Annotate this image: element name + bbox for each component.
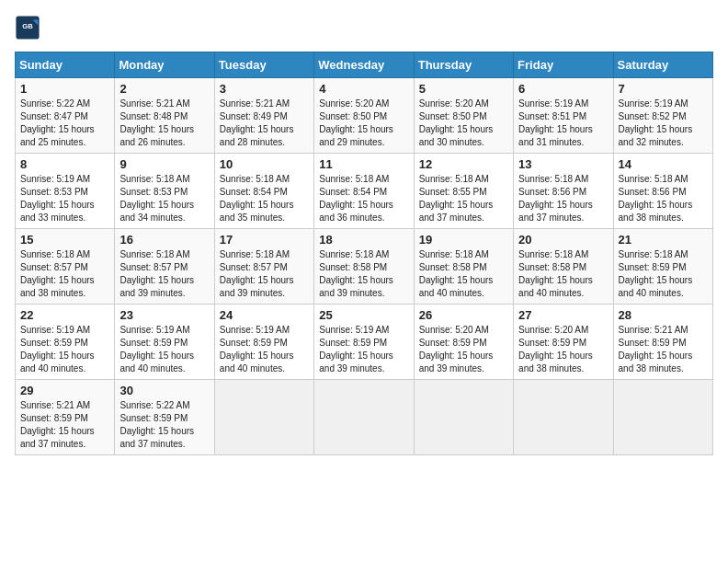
calendar-cell: 26Sunrise: 5:20 AM Sunset: 8:59 PM Dayli… bbox=[414, 304, 513, 380]
day-number: 26 bbox=[419, 308, 508, 322]
calendar-week-3: 15Sunrise: 5:18 AM Sunset: 8:57 PM Dayli… bbox=[16, 229, 713, 304]
day-info: Sunrise: 5:20 AM Sunset: 8:50 PM Dayligh… bbox=[319, 98, 408, 149]
day-info: Sunrise: 5:18 AM Sunset: 8:54 PM Dayligh… bbox=[319, 173, 408, 224]
calendar-cell: 3Sunrise: 5:21 AM Sunset: 8:49 PM Daylig… bbox=[214, 78, 313, 154]
day-number: 16 bbox=[119, 233, 209, 247]
day-number: 4 bbox=[319, 82, 408, 96]
day-info: Sunrise: 5:18 AM Sunset: 8:58 PM Dayligh… bbox=[419, 248, 508, 300]
day-number: 24 bbox=[220, 308, 309, 322]
calendar-table: SundayMondayTuesdayWednesdayThursdayFrid… bbox=[15, 52, 713, 455]
calendar-cell bbox=[613, 380, 712, 455]
day-number: 21 bbox=[619, 233, 708, 247]
day-number: 10 bbox=[220, 157, 309, 171]
calendar-cell: 25Sunrise: 5:19 AM Sunset: 8:59 PM Dayli… bbox=[314, 304, 414, 380]
calendar-cell bbox=[414, 380, 513, 455]
calendar-cell: 1Sunrise: 5:22 AM Sunset: 8:47 PM Daylig… bbox=[16, 78, 115, 154]
calendar-cell: 21Sunrise: 5:18 AM Sunset: 8:59 PM Dayli… bbox=[613, 229, 712, 304]
day-number: 30 bbox=[119, 384, 209, 397]
calendar-week-5: 29Sunrise: 5:21 AM Sunset: 8:59 PM Dayli… bbox=[16, 380, 713, 455]
calendar-cell: 14Sunrise: 5:18 AM Sunset: 8:56 PM Dayli… bbox=[613, 154, 712, 229]
day-info: Sunrise: 5:19 AM Sunset: 8:59 PM Dayligh… bbox=[119, 324, 209, 375]
day-info: Sunrise: 5:18 AM Sunset: 8:56 PM Dayligh… bbox=[619, 173, 708, 224]
day-info: Sunrise: 5:21 AM Sunset: 8:59 PM Dayligh… bbox=[20, 399, 109, 451]
calendar-cell: 24Sunrise: 5:19 AM Sunset: 8:59 PM Dayli… bbox=[214, 304, 313, 380]
calendar-cell: 9Sunrise: 5:18 AM Sunset: 8:53 PM Daylig… bbox=[115, 154, 214, 229]
calendar-cell: 19Sunrise: 5:18 AM Sunset: 8:58 PM Dayli… bbox=[414, 229, 513, 304]
calendar-cell: 30Sunrise: 5:22 AM Sunset: 8:59 PM Dayli… bbox=[115, 380, 214, 455]
day-info: Sunrise: 5:20 AM Sunset: 8:50 PM Dayligh… bbox=[419, 98, 508, 149]
day-number: 12 bbox=[419, 157, 508, 171]
day-number: 1 bbox=[20, 82, 109, 96]
weekday-header-tuesday: Tuesday bbox=[214, 52, 313, 78]
weekday-header-saturday: Saturday bbox=[613, 52, 712, 78]
logo: GB bbox=[15, 15, 44, 40]
day-info: Sunrise: 5:20 AM Sunset: 8:59 PM Dayligh… bbox=[518, 324, 608, 375]
day-info: Sunrise: 5:18 AM Sunset: 8:58 PM Dayligh… bbox=[518, 248, 608, 300]
calendar-cell: 8Sunrise: 5:19 AM Sunset: 8:53 PM Daylig… bbox=[16, 154, 115, 229]
day-number: 20 bbox=[518, 233, 608, 247]
day-number: 18 bbox=[319, 233, 408, 247]
weekday-header-friday: Friday bbox=[514, 52, 613, 78]
day-info: Sunrise: 5:18 AM Sunset: 8:54 PM Dayligh… bbox=[220, 173, 309, 224]
day-number: 19 bbox=[419, 233, 508, 247]
day-number: 5 bbox=[419, 82, 508, 96]
calendar-cell: 16Sunrise: 5:18 AM Sunset: 8:57 PM Dayli… bbox=[115, 229, 214, 304]
day-number: 25 bbox=[319, 308, 408, 322]
calendar-cell: 11Sunrise: 5:18 AM Sunset: 8:54 PM Dayli… bbox=[314, 154, 414, 229]
calendar-cell: 10Sunrise: 5:18 AM Sunset: 8:54 PM Dayli… bbox=[214, 154, 313, 229]
day-info: Sunrise: 5:18 AM Sunset: 8:53 PM Dayligh… bbox=[119, 173, 209, 224]
calendar-header-row: SundayMondayTuesdayWednesdayThursdayFrid… bbox=[16, 52, 713, 78]
day-number: 2 bbox=[119, 82, 209, 96]
day-info: Sunrise: 5:18 AM Sunset: 8:58 PM Dayligh… bbox=[319, 248, 408, 300]
day-number: 23 bbox=[119, 308, 209, 322]
day-info: Sunrise: 5:20 AM Sunset: 8:59 PM Dayligh… bbox=[419, 324, 508, 375]
day-info: Sunrise: 5:21 AM Sunset: 8:49 PM Dayligh… bbox=[220, 98, 309, 149]
calendar-cell: 13Sunrise: 5:18 AM Sunset: 8:56 PM Dayli… bbox=[514, 154, 613, 229]
day-info: Sunrise: 5:19 AM Sunset: 8:59 PM Dayligh… bbox=[20, 324, 109, 375]
calendar-cell bbox=[214, 380, 313, 455]
calendar-cell: 7Sunrise: 5:19 AM Sunset: 8:52 PM Daylig… bbox=[613, 78, 712, 154]
calendar-cell: 28Sunrise: 5:21 AM Sunset: 8:59 PM Dayli… bbox=[613, 304, 712, 380]
day-number: 17 bbox=[220, 233, 309, 247]
calendar-cell: 17Sunrise: 5:18 AM Sunset: 8:57 PM Dayli… bbox=[214, 229, 313, 304]
day-number: 15 bbox=[20, 233, 109, 247]
calendar-cell bbox=[314, 380, 414, 455]
calendar-cell: 27Sunrise: 5:20 AM Sunset: 8:59 PM Dayli… bbox=[514, 304, 613, 380]
day-info: Sunrise: 5:18 AM Sunset: 8:56 PM Dayligh… bbox=[518, 173, 608, 224]
day-number: 22 bbox=[20, 308, 109, 322]
day-info: Sunrise: 5:18 AM Sunset: 8:57 PM Dayligh… bbox=[119, 248, 209, 300]
svg-text:GB: GB bbox=[22, 22, 33, 30]
weekday-header-monday: Monday bbox=[115, 52, 214, 78]
day-info: Sunrise: 5:19 AM Sunset: 8:59 PM Dayligh… bbox=[319, 324, 408, 375]
day-number: 6 bbox=[518, 82, 608, 96]
day-info: Sunrise: 5:19 AM Sunset: 8:51 PM Dayligh… bbox=[518, 98, 608, 149]
calendar-cell: 15Sunrise: 5:18 AM Sunset: 8:57 PM Dayli… bbox=[16, 229, 115, 304]
day-info: Sunrise: 5:18 AM Sunset: 8:59 PM Dayligh… bbox=[619, 248, 708, 300]
calendar-cell: 12Sunrise: 5:18 AM Sunset: 8:55 PM Dayli… bbox=[414, 154, 513, 229]
day-number: 8 bbox=[20, 157, 109, 171]
calendar-body: 1Sunrise: 5:22 AM Sunset: 8:47 PM Daylig… bbox=[16, 78, 713, 455]
calendar-cell bbox=[514, 380, 613, 455]
calendar-cell: 5Sunrise: 5:20 AM Sunset: 8:50 PM Daylig… bbox=[414, 78, 513, 154]
calendar-week-4: 22Sunrise: 5:19 AM Sunset: 8:59 PM Dayli… bbox=[16, 304, 713, 380]
calendar-week-1: 1Sunrise: 5:22 AM Sunset: 8:47 PM Daylig… bbox=[16, 78, 713, 154]
calendar-cell: 29Sunrise: 5:21 AM Sunset: 8:59 PM Dayli… bbox=[16, 380, 115, 455]
day-info: Sunrise: 5:21 AM Sunset: 8:48 PM Dayligh… bbox=[119, 98, 209, 149]
day-info: Sunrise: 5:19 AM Sunset: 8:53 PM Dayligh… bbox=[20, 173, 109, 224]
day-number: 3 bbox=[220, 82, 309, 96]
calendar-cell: 22Sunrise: 5:19 AM Sunset: 8:59 PM Dayli… bbox=[16, 304, 115, 380]
calendar-week-2: 8Sunrise: 5:19 AM Sunset: 8:53 PM Daylig… bbox=[16, 154, 713, 229]
calendar-cell: 23Sunrise: 5:19 AM Sunset: 8:59 PM Dayli… bbox=[115, 304, 214, 380]
calendar-cell: 4Sunrise: 5:20 AM Sunset: 8:50 PM Daylig… bbox=[314, 78, 414, 154]
day-number: 13 bbox=[518, 157, 608, 171]
day-info: Sunrise: 5:19 AM Sunset: 8:52 PM Dayligh… bbox=[619, 98, 708, 149]
day-info: Sunrise: 5:21 AM Sunset: 8:59 PM Dayligh… bbox=[619, 324, 708, 375]
calendar-cell: 18Sunrise: 5:18 AM Sunset: 8:58 PM Dayli… bbox=[314, 229, 414, 304]
day-info: Sunrise: 5:22 AM Sunset: 8:47 PM Dayligh… bbox=[20, 98, 109, 149]
day-info: Sunrise: 5:18 AM Sunset: 8:57 PM Dayligh… bbox=[220, 248, 309, 300]
calendar-cell: 20Sunrise: 5:18 AM Sunset: 8:58 PM Dayli… bbox=[514, 229, 613, 304]
calendar-cell: 6Sunrise: 5:19 AM Sunset: 8:51 PM Daylig… bbox=[514, 78, 613, 154]
day-info: Sunrise: 5:22 AM Sunset: 8:59 PM Dayligh… bbox=[119, 399, 209, 451]
day-number: 28 bbox=[619, 308, 708, 322]
weekday-header-wednesday: Wednesday bbox=[314, 52, 414, 78]
